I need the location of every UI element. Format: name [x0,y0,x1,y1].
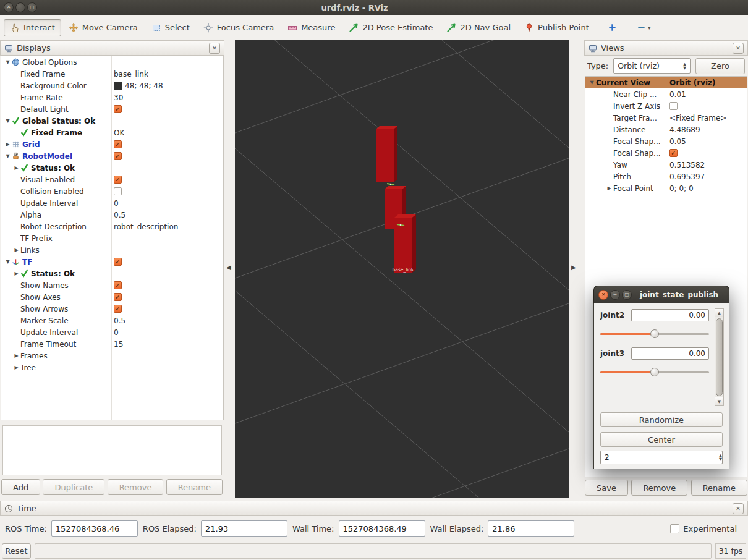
expander-closed-icon[interactable]: ▶ [12,247,20,253]
value-alpha[interactable]: 0.5 [114,211,125,219]
tool-measure[interactable]: Measure [281,19,341,36]
tree-row-distance[interactable]: Distance4.48689 [585,124,747,135]
tree-row-near-clip[interactable]: Near Clip ...0.01 [585,88,747,100]
tree-row-focal-point[interactable]: ▶Focal Point0; 0; 0 [585,182,747,194]
tree-row-fixed-frame[interactable]: Fixed Framebase_link [1,68,223,80]
checkbox-checked[interactable]: ✓ [114,281,122,289]
experimental-checkbox[interactable] [670,524,679,533]
tree-row-global-status-ok[interactable]: ▼Global Status: Ok [1,115,223,127]
tool-2d-nav-goal[interactable]: 2D Nav Goal [440,19,517,36]
expander-open-icon[interactable]: ▼ [4,118,12,124]
value-fixed-frame[interactable]: base_link [114,70,148,78]
checkbox-checked[interactable]: ✓ [114,152,122,160]
views-close-icon[interactable]: ✕ [733,43,744,54]
expander-open-icon[interactable]: ▼ [4,259,12,265]
joint-value-input[interactable] [631,309,709,321]
checkbox-unchecked[interactable] [114,187,122,195]
tree-row-show-axes[interactable]: Show Axes✓ [1,291,223,303]
checkbox-checked[interactable]: ✓ [669,149,678,157]
expander-open-icon[interactable]: ▼ [588,80,596,85]
spinbox-arrows-icon[interactable]: ▲▼ [715,452,722,463]
expander-closed-icon[interactable]: ▶ [605,185,613,191]
tree-row-show-arrows[interactable]: Show Arrows✓ [1,303,223,315]
window-close-icon[interactable]: ✕ [4,2,14,12]
checkbox-checked[interactable]: ✓ [114,140,122,148]
window-minimize-icon[interactable]: ─ [15,2,25,12]
tree-row-robotmodel[interactable]: ▼RobotModel✓ [1,150,223,162]
tree-row-background-color[interactable]: Background Color48; 48; 48 [1,80,223,91]
reset-button[interactable]: Reset [2,543,31,559]
tree-row-tf-prefix[interactable]: TF Prefix [1,232,223,244]
rename-button[interactable]: Rename [691,480,747,496]
remove-button[interactable]: Remove [108,479,164,495]
remove-button[interactable]: Remove [631,480,687,496]
value-frame-rate[interactable]: 30 [114,93,123,102]
tree-row-tf[interactable]: ▼TF✓ [1,256,223,268]
tree-row-grid[interactable]: ▶Grid✓ [1,138,223,150]
combobox-arrows-icon[interactable]: ▲▼ [679,61,686,72]
displays-splitter-handle[interactable] [1,422,224,425]
value-pitch[interactable]: 0.695397 [669,172,705,181]
tree-row-update-interval[interactable]: Update Interval0 [1,197,223,209]
scroll-up-icon[interactable]: ▲ [715,309,723,317]
jsp-scrollbar[interactable]: ▲ ▼ [715,308,724,406]
panel-splitter-left-icon[interactable]: ◀ [226,264,231,271]
tree-row-invert-z-axis[interactable]: Invert Z Axis [585,100,747,112]
checkbox-checked[interactable]: ✓ [114,258,122,266]
tool-focus-camera[interactable]: Focus Camera [197,19,280,36]
tree-row-target-fra[interactable]: Target Fra...<Fixed Frame> [585,112,747,124]
checkbox-unchecked[interactable] [669,102,678,110]
joint-slider-joint3[interactable] [600,365,709,379]
tree-row-frame-rate[interactable]: Frame Rate30 [1,91,223,103]
tool-2d-pose-estimate[interactable]: 2D Pose Estimate [342,19,439,36]
jsp-titlebar[interactable]: ✕ ─ ▢ joint_state_publish [593,286,729,303]
tool-select[interactable]: Select [145,19,196,36]
value-target-fra[interactable]: <Fixed Frame> [669,114,726,122]
time-field-input[interactable] [339,520,425,537]
checkbox-checked[interactable]: ✓ [114,293,122,301]
tree-row-links[interactable]: ▶Links [1,244,223,256]
save-button[interactable]: Save [585,480,628,496]
expander-closed-icon[interactable]: ▶ [12,365,20,370]
color-swatch[interactable] [114,82,122,90]
value-update-interval[interactable]: 0 [114,199,119,208]
time-field-input[interactable] [201,520,287,537]
checkbox-checked[interactable]: ✓ [114,105,122,113]
jsp-close-icon[interactable]: ✕ [598,290,608,300]
tree-row-status-ok[interactable]: ▶Status: Ok [1,162,223,174]
time-field-input[interactable] [488,520,574,537]
expander-open-icon[interactable]: ▼ [4,59,12,65]
expander-closed-icon[interactable]: ▶ [12,165,20,171]
expander-closed-icon[interactable]: ▶ [4,142,12,147]
displays-close-icon[interactable]: ✕ [209,43,220,54]
scroll-handle[interactable] [716,318,723,396]
value-focal-shap[interactable]: 0.05 [669,137,686,146]
value-distance[interactable]: 4.48689 [669,125,700,134]
tool-move-camera[interactable]: Move Camera [62,19,144,36]
value-background-color[interactable]: 48; 48; 48 [125,82,163,90]
slider-handle[interactable] [650,329,659,338]
tree-row-focal-shap[interactable]: Focal Shap...✓ [585,147,747,159]
tree-row-frame-timeout[interactable]: Frame Timeout15 [1,338,223,350]
joint-value-input[interactable] [631,347,709,360]
expander-closed-icon[interactable]: ▶ [12,271,20,276]
remove-tool-button[interactable]: ▾ [634,20,653,35]
jsp-maximize-icon[interactable]: ▢ [622,290,632,300]
expander-closed-icon[interactable]: ▶ [12,353,20,358]
value-yaw[interactable]: 0.513582 [669,161,705,169]
time-close-icon[interactable]: ✕ [733,503,744,514]
tree-row-marker-scale[interactable]: Marker Scale0.5 [1,315,223,326]
add-tool-button[interactable] [605,20,619,35]
joint-slider-joint2[interactable] [600,327,709,341]
tree-row-frames[interactable]: ▶Frames [1,350,223,362]
tree-row-collision-enabled[interactable]: Collision Enabled [1,185,223,197]
panel-splitter-right-icon[interactable]: ▶ [571,264,576,271]
tree-row-default-light[interactable]: Default Light✓ [1,103,223,115]
center-button[interactable]: Center [600,432,723,447]
tree-row-show-names[interactable]: Show Names✓ [1,279,223,291]
duplicate-button[interactable]: Duplicate [43,479,104,495]
tree-row-alpha[interactable]: Alpha0.5 [1,209,223,221]
tree-row-robot-description[interactable]: Robot Descriptionrobot_description [1,221,223,232]
jsp-minimize-icon[interactable]: ─ [610,290,620,300]
value-robot-description[interactable]: robot_description [114,223,178,231]
